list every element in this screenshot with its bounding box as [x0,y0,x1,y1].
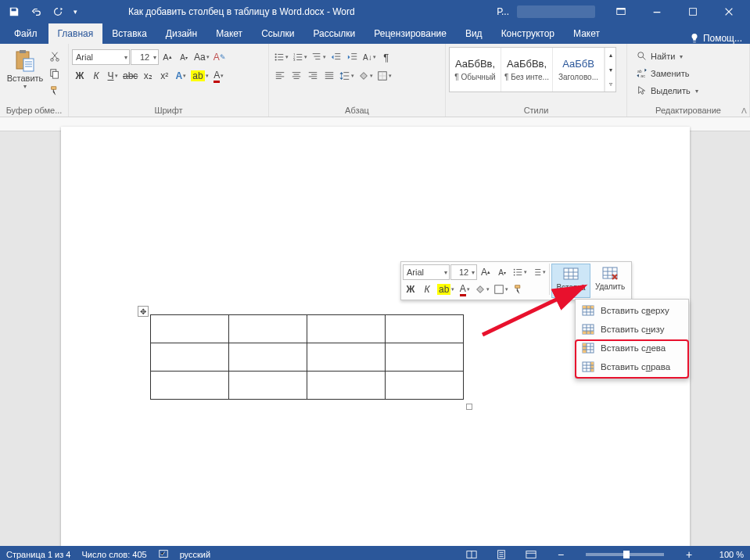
mini-italic[interactable]: К [419,282,435,297]
view-read-mode[interactable] [462,546,481,560]
minimize-button[interactable] [639,0,675,23]
copy-button[interactable] [47,66,63,81]
grow-font-button[interactable]: A▴ [160,49,175,65]
gallery-scroll-up[interactable]: ▴ [605,48,615,63]
mini-numbering[interactable] [529,264,547,280]
numbering-button[interactable]: 123 [291,49,309,65]
close-button[interactable] [711,0,747,23]
ribbon-tab-bar: Файл Главная Вставка Дизайн Макет Ссылки… [0,23,750,44]
mini-shading[interactable] [473,282,491,297]
sort-button[interactable]: A↓ [361,49,378,65]
status-words[interactable]: Число слов: 405 [81,550,146,559]
redo-button[interactable] [47,0,69,23]
zoom-percent[interactable]: 100 % [709,550,744,559]
tab-review[interactable]: Рецензирование [364,23,456,44]
mini-shrink-font[interactable]: A▾ [494,264,510,280]
line-spacing-button[interactable] [338,68,356,84]
status-language[interactable]: русский [180,550,210,559]
undo-button[interactable] [25,0,47,23]
mini-highlight[interactable]: ab [436,282,456,297]
ribbon-options-button[interactable] [603,0,639,23]
save-button[interactable] [3,0,25,23]
subscript-button[interactable]: x₂ [140,68,156,84]
multilevel-button[interactable] [310,49,328,65]
show-marks-button[interactable]: ¶ [379,49,394,65]
bold-button[interactable]: Ж [72,68,88,84]
style-heading1[interactable]: АаБбВЗаголово... [553,48,605,92]
insert-row-below[interactable]: Вставить снизу [576,320,688,339]
mini-grow-font[interactable]: A▴ [478,264,493,280]
zoom-out-button[interactable]: − [551,546,570,560]
decrease-indent-button[interactable] [328,49,344,65]
account-area[interactable]: Р... [497,5,595,18]
tab-layout[interactable]: Макет [206,23,252,44]
style-normal[interactable]: АаБбВв,¶ Обычный [450,48,501,92]
superscript-button[interactable]: x² [156,68,172,84]
mini-borders[interactable] [492,282,510,297]
shrink-font-button[interactable]: A▾ [176,49,192,65]
mini-toolbar: Arial▾ 12▾ A▴ A▾ Ж К ab A [400,261,632,300]
mini-size-combo[interactable]: 12▾ [450,264,477,280]
shading-button[interactable] [357,68,375,84]
mini-format-painter[interactable] [511,282,526,297]
mini-font-combo[interactable]: Arial▾ [403,264,450,280]
document-table[interactable] [150,314,464,400]
maximize-button[interactable] [675,0,711,23]
insert-col-right[interactable]: Вставить справа [576,357,688,376]
change-case-button[interactable]: Aa [192,49,211,65]
status-page[interactable]: Страница 1 из 4 [6,550,70,559]
qat-customize-button[interactable]: ▾ [69,0,81,23]
borders-button[interactable] [375,68,393,84]
tab-references[interactable]: Ссылки [252,23,303,44]
tab-table-design[interactable]: Конструктор [492,23,564,44]
status-proofing[interactable] [158,548,169,560]
mini-font-color[interactable]: A [457,282,472,297]
insert-row-above[interactable]: Вставить сверху [576,301,688,320]
align-center-button[interactable] [289,68,304,84]
tab-home[interactable]: Главная [48,23,103,44]
tab-insert[interactable]: Вставка [102,23,156,44]
view-web-layout[interactable] [522,546,540,560]
strikethrough-button[interactable]: abc [121,68,139,84]
view-print-layout[interactable] [492,546,511,560]
mini-bullets[interactable] [511,264,529,280]
increase-indent-button[interactable] [345,49,361,65]
font-name-combo[interactable]: Arial▾ [72,49,130,65]
collapse-ribbon-button[interactable]: ᐱ [741,106,747,115]
mini-insert-button[interactable]: Вставка [551,264,590,298]
file-tab[interactable]: Файл [3,23,48,44]
tab-mailings[interactable]: Рассылки [303,23,364,44]
highlight-button[interactable]: ab [189,68,210,84]
paste-button[interactable]: Вставить ▾ [3,45,47,90]
tab-design[interactable]: Дизайн [156,23,206,44]
insert-col-left[interactable]: Вставить слева [576,339,688,357]
bullets-button[interactable] [272,49,290,65]
clear-format-button[interactable]: A✎ [212,49,228,65]
mini-delete-button[interactable]: Удалить [590,264,630,298]
table-resize-handle[interactable] [466,404,472,410]
find-button[interactable]: Найти▾ [635,48,700,64]
zoom-thumb[interactable] [623,551,630,558]
tab-table-layout[interactable]: Макет [564,23,609,44]
select-button[interactable]: Выделить▾ [635,83,700,99]
underline-button[interactable]: Ч [105,68,120,84]
font-size-combo[interactable]: 12▾ [131,49,159,65]
align-left-button[interactable] [272,68,288,84]
font-color-button[interactable]: A [211,68,227,84]
cut-button[interactable] [47,48,63,64]
text-effects-button[interactable]: A [173,68,188,84]
mini-bold[interactable]: Ж [403,282,418,297]
gallery-more[interactable]: ▿ [605,77,615,92]
align-right-button[interactable] [305,68,321,84]
italic-button[interactable]: К [88,68,104,84]
justify-button[interactable] [321,68,337,84]
table-move-handle[interactable]: ✥ [138,306,149,317]
tab-view[interactable]: Вид [456,23,492,44]
tell-me[interactable]: Помощ... [681,33,750,44]
gallery-scroll-down[interactable]: ▾ [605,63,615,77]
style-no-spacing[interactable]: АаБбВв,¶ Без инте... [501,48,553,92]
replace-button[interactable]: abacЗаменить [635,66,700,81]
format-painter-button[interactable] [47,83,63,99]
zoom-in-button[interactable]: + [680,546,698,560]
zoom-slider[interactable] [586,553,664,556]
